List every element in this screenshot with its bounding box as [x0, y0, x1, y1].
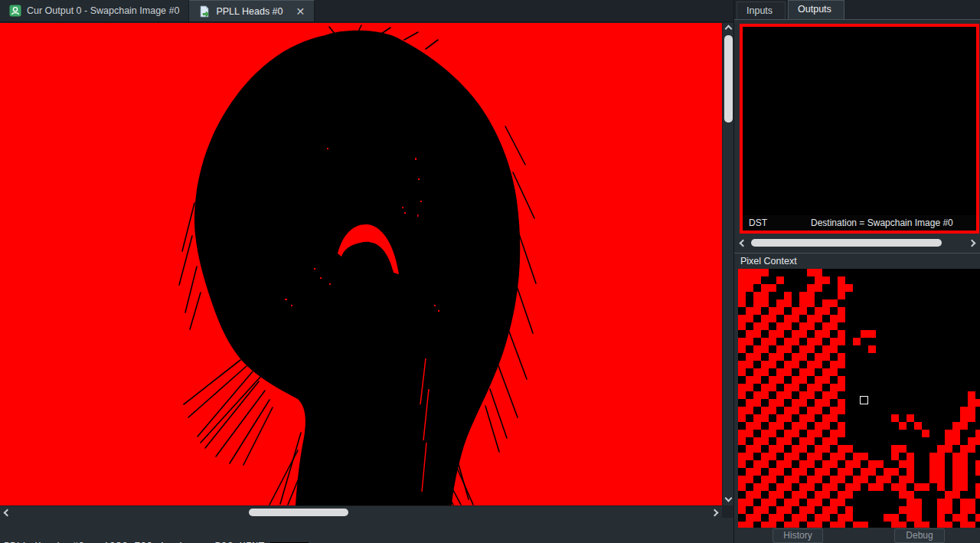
pixel-cell	[975, 384, 980, 391]
pixel-cell	[792, 514, 799, 522]
tab-ppll-heads[interactable]: PPLL Heads #0 ✕	[189, 0, 315, 21]
pixel-cell	[746, 345, 753, 353]
debug-button[interactable]: Debug	[894, 528, 945, 543]
pixel-cell	[945, 299, 952, 307]
pixel-cell	[822, 299, 830, 307]
pixel-cell	[784, 307, 792, 315]
pixel-cell	[960, 491, 968, 499]
pixel-cell	[876, 376, 884, 384]
pixel-cell	[876, 491, 884, 499]
pixel-cell	[830, 315, 838, 322]
pixel-cell	[968, 445, 975, 453]
pixel-cell	[960, 399, 968, 407]
scroll-down-button[interactable]	[723, 494, 734, 505]
pixel-cell	[884, 299, 891, 307]
pixel-cell	[784, 437, 792, 445]
pixel-cell	[753, 514, 761, 522]
pixel-cell	[906, 315, 914, 322]
tab-inputs[interactable]: Inputs	[737, 2, 786, 20]
pixel-cell	[815, 437, 822, 445]
pixel-cell	[776, 491, 784, 499]
pixel-cell	[776, 353, 784, 361]
pixel-cell	[838, 353, 845, 361]
scroll-right-button[interactable]	[710, 506, 722, 518]
pixel-cell	[761, 499, 769, 506]
vertical-scrollbar[interactable]	[722, 23, 733, 505]
pixel-cell	[799, 453, 807, 460]
pixel-cell	[952, 430, 960, 437]
pixel-cell	[807, 292, 815, 299]
horizontal-scroll-thumb[interactable]	[249, 509, 348, 516]
texture-image-viewport[interactable]	[0, 23, 722, 505]
pixel-cell	[784, 330, 792, 338]
pixel-cell	[891, 460, 899, 468]
tab-outputs[interactable]: Outputs	[788, 0, 844, 20]
pixel-cell	[876, 384, 884, 391]
pixel-cell	[868, 499, 876, 506]
pixel-cell	[975, 284, 980, 292]
pixel-cell	[884, 522, 891, 528]
pixel-cell	[960, 422, 968, 430]
pixel-cell	[975, 460, 980, 468]
thumbnail-strip-scrollbar[interactable]	[736, 237, 979, 249]
pixel-cell	[960, 307, 968, 315]
pixel-cell	[746, 269, 753, 276]
pixel-cell	[815, 307, 822, 315]
pixel-cell	[853, 506, 861, 514]
pixel-cell	[761, 491, 769, 499]
pixel-cell	[884, 368, 891, 376]
pixel-cell	[876, 276, 884, 284]
output-thumbnail-dst[interactable]: DST Destination = Swapchain Image #0	[740, 24, 979, 234]
pixel-cell	[884, 338, 891, 345]
history-button[interactable]: History	[773, 528, 823, 543]
pixel-cell	[838, 315, 845, 322]
pixel-cell	[776, 445, 784, 453]
scroll-right-button[interactable]	[968, 237, 979, 249]
pixel-cell	[776, 391, 784, 399]
pixel-cell	[784, 276, 792, 284]
tab-cur-output[interactable]: Cur Output 0 - Swapchain Image #0	[0, 0, 189, 21]
pixel-cell	[952, 361, 960, 368]
close-icon[interactable]: ✕	[296, 6, 305, 17]
pixel-cell	[807, 476, 815, 483]
pixel-cell	[769, 422, 776, 430]
scroll-up-button[interactable]	[723, 23, 734, 34]
pixel-cell	[975, 276, 980, 284]
pixel-cell	[868, 522, 876, 528]
pixel-cell	[815, 338, 822, 345]
pixel-cell	[937, 361, 945, 368]
pixel-context-grid[interactable]	[738, 269, 980, 528]
pixel-cell	[799, 269, 807, 276]
pixel-cell	[952, 376, 960, 384]
pixel-cell	[914, 299, 922, 307]
pixel-cell	[738, 299, 746, 307]
pixel-cell	[776, 499, 784, 506]
pixel-cell	[799, 514, 807, 522]
pixel-cell	[868, 361, 876, 368]
horizontal-scrollbar[interactable]	[0, 505, 722, 518]
vertical-scroll-thumb[interactable]	[724, 35, 733, 123]
pixel-cell	[960, 391, 968, 399]
pixel-cell	[822, 483, 830, 491]
pixel-cell	[876, 499, 884, 506]
pixel-cell	[746, 483, 753, 491]
pixel-cell	[761, 414, 769, 422]
thumbnail-scroll-thumb[interactable]	[751, 239, 942, 247]
pixel-cell	[975, 391, 980, 399]
pixel-cell	[891, 284, 899, 292]
pixel-cell	[861, 522, 868, 528]
scroll-left-button[interactable]	[736, 237, 747, 249]
pixel-cell	[899, 307, 906, 315]
pixel-cell	[945, 376, 952, 384]
pixel-cell	[975, 330, 980, 338]
pixel-cell	[769, 299, 776, 307]
pixel-cell	[853, 522, 861, 528]
texture-image[interactable]	[0, 23, 722, 505]
pixel-cell	[845, 338, 853, 345]
pixel-cell	[784, 483, 792, 491]
scroll-left-button[interactable]	[0, 506, 11, 518]
pixel-cell	[929, 368, 937, 376]
pixel-cell	[845, 276, 853, 284]
pixel-cell	[876, 430, 884, 437]
pixel-cell	[853, 430, 861, 437]
